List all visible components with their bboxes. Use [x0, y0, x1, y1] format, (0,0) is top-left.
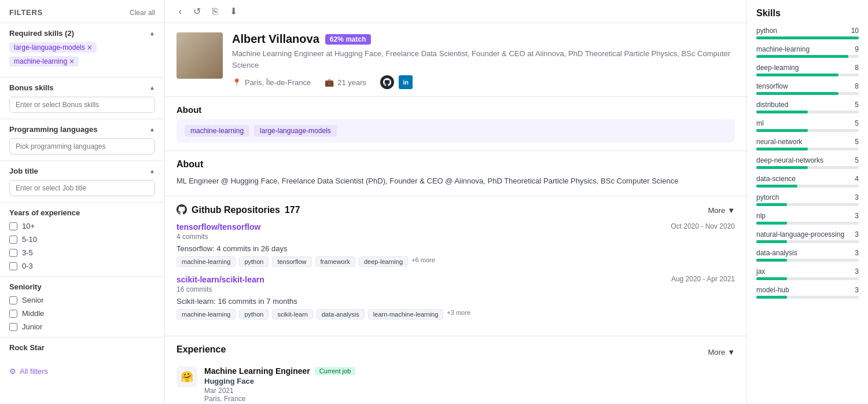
seniority-middle-checkbox[interactable] — [9, 310, 17, 318]
skill-name: nlp — [756, 212, 766, 220]
bonus-skills-input[interactable] — [9, 97, 155, 113]
years-experience-options: 10+ 5-10 3-5 0-3 — [9, 222, 155, 270]
bonus-skills-header[interactable]: Bonus skills ▲ — [9, 83, 155, 92]
skill-name: deep-neural-networks — [756, 156, 823, 164]
tag-large-language-models[interactable]: large-language-models × — [9, 42, 97, 53]
experience-title: Experience — [176, 344, 226, 355]
years-5-10-checkbox[interactable] — [9, 236, 17, 244]
sidebar: FILTERS Clear all Required skills (2) ▲ … — [0, 0, 165, 404]
linkedin-link[interactable]: in — [399, 75, 413, 89]
seniority-junior[interactable]: Junior — [9, 322, 155, 331]
seniority-junior-checkbox[interactable] — [9, 323, 17, 331]
candidate-title: Machine Learning Engineer at Hugging Fac… — [232, 48, 735, 71]
skills-panel: Skills python 10 machine-learning 9 deep… — [746, 0, 868, 404]
skill-bar-background — [756, 277, 859, 280]
skill-bar-background — [756, 129, 859, 132]
job-title-chevron: ▲ — [149, 168, 155, 174]
share-button[interactable]: ⎘ — [210, 4, 220, 19]
skill-name: python — [756, 27, 777, 35]
required-skills-chevron: ▲ — [149, 30, 155, 36]
skill-bar-background — [756, 259, 859, 262]
repo-tag: python — [239, 256, 269, 267]
skill-score: 4 — [855, 175, 859, 183]
skill-row: nlp 3 — [756, 212, 859, 225]
seniority-middle[interactable]: Middle — [9, 309, 155, 318]
download-button[interactable]: ⬇ — [227, 3, 240, 19]
skill-row: tensorflow 8 — [756, 82, 859, 95]
filter-icon: ⚙ — [9, 367, 16, 376]
location-item: 📍 Paris, Île-de-France — [232, 78, 311, 87]
years-experience-header[interactable]: Years of experience — [9, 208, 155, 217]
repo-item-tensorflow: tensorflow/tensorflow 4 commits Oct 2020… — [176, 222, 735, 267]
repo-tag: tensorflow — [272, 256, 311, 267]
years-3-5-checkbox[interactable] — [9, 249, 17, 257]
programming-languages-title: Programming languages — [9, 125, 97, 134]
skill-bar-background — [756, 111, 859, 113]
programming-languages-header[interactable]: Programming languages ▲ — [9, 125, 155, 134]
job-title-input[interactable] — [9, 180, 155, 196]
all-filters-button[interactable]: ⚙ All filters — [0, 362, 164, 380]
job-title-header[interactable]: Job title ▲ — [9, 167, 155, 175]
years-0-3-checkbox[interactable] — [9, 262, 17, 270]
skill-name: machine-learning — [756, 45, 810, 53]
years-10plus-checkbox[interactable] — [9, 222, 17, 230]
exp-date: Mar 2021 — [204, 387, 735, 395]
seniority-header[interactable]: Seniority — [9, 282, 155, 291]
experience-section: Experience More ▼ 🤗 Machine Learning Eng… — [165, 336, 746, 404]
matched-skills-section: About machine-learning large-language-mo… — [165, 97, 746, 151]
skill-row: pytorch 3 — [756, 193, 859, 206]
years-5-10[interactable]: 5-10 — [9, 235, 155, 244]
years-0-3[interactable]: 0-3 — [9, 262, 155, 270]
skill-row: distributed 5 — [756, 101, 859, 113]
remove-tag-llm[interactable]: × — [87, 43, 92, 52]
skill-bar-fill — [756, 74, 838, 76]
repo-item-scikit: scikit-learn/scikit-learn 16 commits Aug… — [176, 275, 735, 319]
skill-row: deep-learning 8 — [756, 64, 859, 76]
seniority-senior-checkbox[interactable] — [9, 296, 17, 304]
programming-languages-input[interactable] — [9, 138, 155, 155]
skill-name: neural-network — [756, 138, 802, 146]
github-link[interactable] — [380, 75, 394, 89]
skill-row: natural-language-processing 3 — [756, 230, 859, 243]
repo-tag: scikit-learn — [272, 309, 313, 319]
rock-star-header[interactable]: Rock Star — [9, 343, 155, 352]
refresh-button[interactable]: ↺ — [191, 3, 203, 19]
exp-location: Paris, France — [204, 395, 735, 403]
repo-link-tensorflow[interactable]: tensorflow/tensorflow — [176, 222, 260, 232]
repo-tag: python — [239, 309, 269, 319]
seniority-section: Seniority Senior Middle Junior — [0, 276, 164, 337]
repo-link-scikit[interactable]: scikit-learn/scikit-learn — [176, 275, 264, 284]
clear-all-button[interactable]: Clear all — [130, 9, 155, 17]
about-title: About — [176, 159, 735, 170]
skill-bar-fill — [756, 277, 787, 280]
experience-more-button[interactable]: More ▼ — [708, 348, 735, 357]
skill-score: 5 — [855, 156, 859, 164]
skill-score: 3 — [855, 212, 859, 220]
about-section: About ML Engineer @ Hugging Face, Freela… — [165, 151, 746, 196]
years-10plus[interactable]: 10+ — [9, 222, 155, 230]
skill-row: deep-neural-networks 5 — [756, 156, 859, 169]
skill-bar-fill — [756, 222, 787, 225]
location-icon: 📍 — [232, 78, 241, 87]
repo-tags-scikit: machine-learning python scikit-learn dat… — [176, 309, 735, 319]
skill-bar-background — [756, 222, 859, 225]
skill-bar-fill — [756, 203, 787, 206]
back-button[interactable]: ‹ — [176, 4, 184, 19]
chevron-down-icon: ▼ — [727, 206, 735, 215]
skill-score: 5 — [855, 119, 859, 127]
remove-tag-ml[interactable]: × — [69, 57, 74, 65]
chevron-down-icon: ▼ — [727, 348, 735, 357]
matched-skill-llm: large-language-models — [254, 125, 337, 137]
about-text: ML Engineer @ Hugging Face, Freelance Da… — [176, 175, 735, 188]
seniority-senior[interactable]: Senior — [9, 296, 155, 304]
skill-score: 5 — [855, 138, 859, 146]
required-skills-header[interactable]: Required skills (2) ▲ — [9, 29, 155, 38]
bonus-skills-section: Bonus skills ▲ — [0, 77, 164, 119]
repo-commits-scikit: 16 commits — [176, 285, 264, 293]
tag-machine-learning[interactable]: machine-learning × — [9, 56, 79, 67]
github-more-button[interactable]: More ▼ — [708, 206, 735, 215]
skill-row: model-hub 3 — [756, 286, 859, 299]
candidate-header: Albert Villanova 62% match Machine Learn… — [165, 23, 746, 97]
skill-row: ml 5 — [756, 119, 859, 132]
years-3-5[interactable]: 3-5 — [9, 248, 155, 257]
